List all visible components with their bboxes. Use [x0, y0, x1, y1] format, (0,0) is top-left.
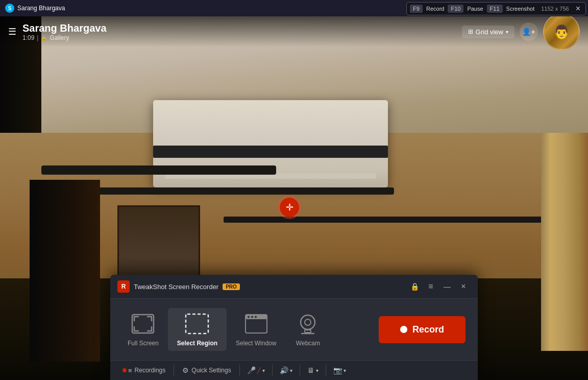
- quick-settings-button[interactable]: ⚙ Quick Settings: [177, 363, 236, 377]
- recorder-titlebar: R TweakShot Screen Recorder PRO 🔒 ≡ — ×: [110, 275, 478, 299]
- grid-dropdown-arrow: ▾: [506, 29, 508, 35]
- svg-point-4: [248, 316, 250, 318]
- screenshot-label: Screenshot: [504, 6, 537, 12]
- record-button-area: Record: [375, 316, 470, 343]
- mic-icon: 🎤: [247, 366, 256, 374]
- record-dot: [400, 326, 407, 333]
- grid-view-label: Grid view: [476, 28, 503, 36]
- pro-badge: PRO: [223, 283, 240, 290]
- participant-icon: 👤+: [522, 28, 535, 36]
- f11-key: F11: [487, 5, 503, 13]
- webcam-label: Webcam: [296, 340, 320, 347]
- grid-view-button[interactable]: ⊞ Grid view ▾: [462, 26, 514, 38]
- speaker-icon: 🔊: [280, 366, 288, 374]
- gallery-label: Gallery: [50, 34, 69, 41]
- fullscreen-icon: [130, 312, 156, 336]
- record-label: Record: [424, 6, 446, 12]
- system-audio-icon: 🖥: [307, 366, 314, 374]
- select-region-icon: [184, 312, 210, 336]
- fullscreen-mode-button[interactable]: Full Screen: [118, 308, 168, 351]
- system-audio-dropdown-arrow: ▾: [316, 368, 318, 373]
- toolbar-divider-1: [174, 365, 174, 376]
- svg-point-8: [305, 319, 311, 325]
- svg-rect-0: [132, 315, 154, 333]
- recorder-menu-button[interactable]: ≡: [424, 279, 438, 294]
- recorder-toolbar: ≡ Recordings ⚙ Quick Settings 🎤 ╱ ▾ 🔊: [110, 360, 478, 380]
- skype-top-bar: ☰ Sarang Bhargava 1:09 | 🔒 Gallery ⊞ Gri…: [0, 16, 588, 47]
- recorder-lock-button[interactable]: 🔒: [407, 279, 422, 294]
- gear-icon: ⚙: [182, 366, 189, 374]
- move-cursor: ✛: [280, 198, 299, 217]
- dimensions-label: 1152 x 756: [538, 6, 572, 12]
- privacy-icon: 🔒: [41, 35, 47, 41]
- separator: |: [37, 34, 38, 41]
- toolbar-divider-5: [326, 365, 326, 376]
- toolbar-divider-4: [300, 365, 300, 376]
- select-region-label: Select Region: [177, 340, 217, 347]
- recorder-app-name: TweakShot Screen Recorder: [134, 283, 218, 291]
- skype-icon: S: [5, 4, 14, 13]
- participant-button[interactable]: 👤+: [520, 22, 538, 41]
- recorder-close-button[interactable]: ×: [456, 279, 471, 294]
- select-window-label: Select Window: [236, 340, 276, 347]
- select-window-mode-button[interactable]: Select Window: [227, 308, 285, 351]
- call-contact-name: Sarang Bhargava: [22, 22, 462, 34]
- pause-label: Pause: [465, 6, 485, 12]
- recordings-dot-icon: ≡: [122, 367, 132, 374]
- recorder-minimize-button[interactable]: —: [440, 279, 454, 294]
- svg-point-7: [301, 315, 315, 329]
- speaker-button[interactable]: 🔊 ▾: [276, 363, 297, 377]
- mic-dropdown-arrow: ▾: [262, 368, 265, 373]
- webcam-icon: [295, 312, 321, 336]
- recording-bar: F9 Record F10 Pause F11 Screenshot 1152 …: [406, 2, 586, 15]
- mic-button[interactable]: 🎤 ╱ ▾: [243, 363, 269, 377]
- skype-call-area: ✛ ☰ Sarang Bhargava 1:09 | 🔒 Gallery ⊞ G…: [0, 16, 588, 380]
- f9-key: F9: [410, 5, 423, 13]
- camera-dropdown-arrow: ▾: [344, 368, 346, 373]
- recordings-button[interactable]: ≡ Recordings: [117, 364, 170, 377]
- quick-settings-label: Quick Settings: [191, 367, 231, 374]
- mic-slash-icon: ╱: [257, 367, 261, 374]
- svg-rect-1: [186, 314, 208, 334]
- camera-icon: 📷: [333, 366, 342, 374]
- f10-key: F10: [448, 5, 463, 13]
- record-button-label: Record: [412, 324, 444, 335]
- system-audio-button[interactable]: 🖥 ▾: [303, 363, 323, 377]
- toolbar-divider-3: [272, 365, 273, 376]
- avatar: 👨: [543, 16, 580, 50]
- screenshot-button[interactable]: 📷 ▾: [329, 363, 350, 377]
- webcam-mode-button[interactable]: Webcam: [285, 308, 330, 351]
- select-region-mode-button[interactable]: Select Region: [168, 308, 227, 351]
- move-cursor-icon: ✛: [286, 203, 293, 212]
- call-subtitle: 1:09 | 🔒 Gallery: [22, 34, 462, 41]
- hamburger-icon[interactable]: ☰: [8, 26, 16, 37]
- call-duration: 1:09: [22, 34, 34, 41]
- svg-point-5: [251, 316, 253, 318]
- fullscreen-label: Full Screen: [128, 340, 159, 347]
- select-window-icon: [243, 312, 270, 336]
- svg-rect-9: [305, 330, 311, 332]
- call-title-area: Sarang Bhargava 1:09 | 🔒 Gallery: [22, 22, 462, 41]
- recorder-panel: R TweakShot Screen Recorder PRO 🔒 ≡ — ×: [110, 275, 478, 380]
- grid-icon: ⊞: [468, 28, 473, 35]
- toolbar-divider-2: [239, 365, 240, 376]
- skype-title: Sarang Bhargava: [17, 5, 65, 12]
- recorder-logo: R: [117, 280, 130, 293]
- recorder-controls: Full Screen Select Region: [110, 299, 478, 360]
- rec-close-button[interactable]: ×: [574, 4, 582, 13]
- speaker-dropdown-arrow: ▾: [290, 368, 292, 373]
- svg-point-6: [255, 316, 257, 318]
- record-button[interactable]: Record: [379, 316, 465, 343]
- recordings-label: Recordings: [135, 367, 166, 374]
